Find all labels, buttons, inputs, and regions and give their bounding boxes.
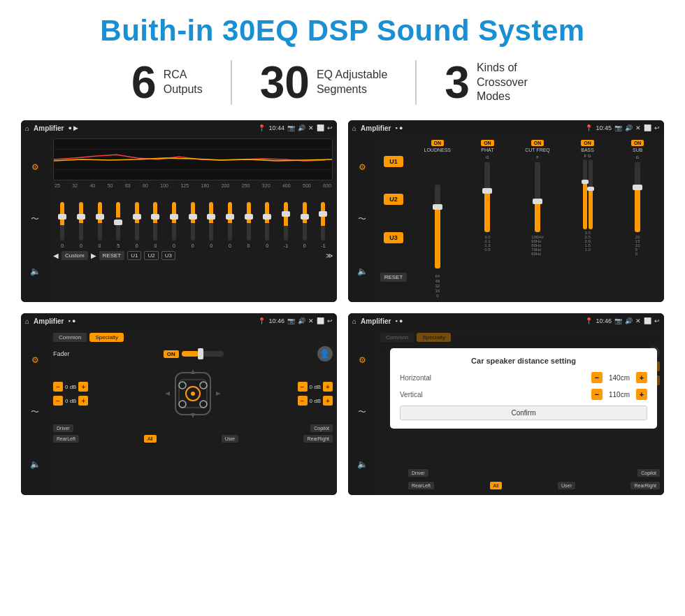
loudness-slider-thumb[interactable] — [433, 204, 442, 210]
dist-confirm-btn[interactable]: Confirm — [400, 406, 647, 420]
fader-plus-bl[interactable]: + — [78, 396, 88, 406]
dist-vertical-minus[interactable]: − — [591, 389, 603, 400]
eq-wave-icon[interactable]: 〜 — [31, 213, 39, 225]
dist-rearleft-btn[interactable]: RearLeft — [408, 482, 434, 489]
bass-f-thumb[interactable] — [582, 180, 589, 184]
fader-all-btn[interactable]: All — [144, 435, 157, 443]
dist-driver-btn[interactable]: Driver — [408, 469, 428, 477]
eq-topbar-right: 📍 10:44 📷 🔊 ✕ ⬜ ↩ — [258, 124, 333, 131]
svg-marker-15 — [216, 392, 221, 396]
fader-user-btn[interactable]: User — [222, 435, 239, 443]
fader-slider-thumb[interactable] — [198, 348, 203, 359]
eq-speaker-icon[interactable]: 🔈 — [30, 266, 41, 276]
dist-vertical-plus[interactable]: + — [636, 389, 647, 400]
eq-u2-btn[interactable]: U2 — [144, 251, 158, 260]
fader-db-val-br: 0 dB — [310, 398, 321, 404]
eq-status-dots: ● ▶ — [68, 124, 78, 131]
dist-copilot-btn[interactable]: Copilot — [637, 469, 660, 477]
fader-rect-icon: ⬜ — [317, 317, 324, 324]
cross-u1-btn[interactable]: U1 — [384, 156, 403, 167]
stat-rca-label: RCAOutputs — [164, 68, 203, 97]
dist-screen-content: ⚙ 〜 🔈 Common Specialty ON — [348, 329, 664, 495]
eq-slider-8: 0 — [209, 202, 213, 248]
dist-horizontal-plus[interactable]: + — [636, 372, 647, 383]
cross-phat-on[interactable]: ON — [481, 140, 494, 146]
dist-user-btn[interactable]: User — [558, 482, 575, 489]
page-wrapper: Buith-in 30EQ DSP Sound System 6 RCAOutp… — [0, 0, 685, 509]
fader-on-btn[interactable]: ON — [164, 350, 179, 358]
dist-all-btn[interactable]: All — [490, 482, 503, 489]
dist-filter-icon[interactable]: ⚙ — [359, 355, 366, 365]
eq-custom-btn[interactable]: Custom — [62, 251, 88, 260]
eq-u1-btn[interactable]: U1 — [127, 251, 141, 260]
cutfreq-slider-thumb[interactable] — [533, 199, 542, 204]
fader-tab-specialty[interactable]: Specialty — [89, 333, 123, 342]
dist-modal: Car speaker distance setting Horizontal … — [390, 348, 657, 429]
cross-location-icon: 📍 — [585, 124, 593, 131]
svg-point-11 — [200, 401, 207, 408]
fader-home-icon[interactable]: ⌂ — [25, 317, 29, 325]
cross-reset-btn[interactable]: RESET — [380, 273, 408, 282]
fader-db-bottom-left: − 0 dB + — [53, 396, 88, 406]
dist-vertical-label: Vertical — [400, 391, 442, 399]
eq-slider-13: 0 — [303, 202, 307, 248]
eq-main-area: 253240 506380 100125160 200250320 400500… — [49, 136, 337, 302]
cross-screen-content: ⚙ 〜 🔈 U1 U2 U3 RESET — [348, 136, 664, 302]
stat-crossover: 3 Kinds ofCrossover Modes — [417, 60, 582, 105]
fader-plus-tr[interactable]: + — [323, 382, 333, 392]
dist-rearright-btn[interactable]: RearRight — [630, 482, 660, 489]
fader-wave-icon[interactable]: 〜 — [31, 406, 39, 418]
fader-speaker-icon[interactable]: 🔈 — [30, 459, 41, 469]
eq-expand-icon[interactable]: ≫ — [326, 252, 333, 259]
eq-slider-14: -1 — [321, 202, 325, 248]
eq-rect-icon: ⬜ — [317, 124, 324, 131]
fader-plus-tl[interactable]: + — [78, 382, 88, 392]
fader-rearleft-btn[interactable]: RearLeft — [53, 435, 79, 443]
fader-copilot-btn[interactable]: Copilot — [310, 424, 333, 432]
sub-slider-thumb[interactable] — [633, 185, 642, 190]
cross-filter-icon[interactable]: ⚙ — [359, 162, 366, 172]
dist-speaker-icon[interactable]: 🔈 — [357, 459, 368, 469]
cross-home-icon[interactable]: ⌂ — [352, 124, 356, 132]
eq-slider-1: 0 — [79, 202, 83, 248]
cross-speaker-icon[interactable]: 🔈 — [357, 266, 368, 276]
dist-cam-icon: 📷 — [614, 317, 622, 324]
cross-u2-btn[interactable]: U2 — [384, 194, 403, 205]
dist-tab-common[interactable]: Common — [380, 333, 414, 342]
fader-minus-br[interactable]: − — [298, 396, 308, 406]
cross-bass-on[interactable]: ON — [581, 140, 594, 146]
cross-sub-on[interactable]: ON — [631, 140, 644, 146]
cross-loudness-on[interactable]: ON — [431, 140, 445, 146]
eq-reset-btn[interactable]: RESET — [99, 251, 125, 260]
svg-marker-13 — [191, 413, 195, 418]
fader-rearright-btn[interactable]: RearRight — [303, 435, 333, 443]
fader-x-icon: ✕ — [308, 317, 314, 324]
dist-sidebar: ⚙ 〜 🔈 — [348, 329, 376, 495]
dist-horizontal-minus[interactable]: − — [591, 372, 603, 383]
stat-eq-label: EQ AdjustableSegments — [317, 68, 387, 97]
fader-filter-icon[interactable]: ⚙ — [31, 355, 39, 365]
cross-cutfreq-on[interactable]: ON — [531, 140, 545, 146]
eq-u3-btn[interactable]: U3 — [161, 251, 175, 260]
distance-screen: ⌂ Amplifier ▪ ● 📍 10:46 📷 🔊 ✕ ⬜ ↩ ⚙ 〜 — [348, 313, 664, 495]
dist-home-icon[interactable]: ⌂ — [352, 317, 356, 325]
eq-prev-arrow[interactable]: ◀ — [53, 252, 59, 259]
eq-next-arrow[interactable]: ▶ — [91, 252, 96, 259]
fader-minus-tr[interactable]: − — [298, 382, 308, 392]
dist-modal-title: Car speaker distance setting — [400, 357, 647, 365]
fader-plus-br[interactable]: + — [323, 396, 333, 406]
fader-minus-bl[interactable]: − — [53, 396, 63, 406]
eq-filter-icon[interactable]: ⚙ — [31, 162, 39, 172]
phat-slider-thumb[interactable] — [482, 188, 492, 194]
home-icon[interactable]: ⌂ — [25, 124, 29, 132]
fader-tab-common[interactable]: Common — [53, 333, 87, 342]
fader-driver-btn[interactable]: Driver — [53, 424, 73, 432]
fader-time: 10:46 — [268, 317, 284, 324]
cross-u3-btn[interactable]: U3 — [384, 232, 403, 243]
bass-g-thumb[interactable] — [587, 187, 594, 191]
dist-tab-specialty[interactable]: Specialty — [417, 333, 450, 342]
fader-minus-tl[interactable]: − — [53, 382, 63, 392]
dist-wave-icon[interactable]: 〜 — [358, 406, 366, 418]
cross-wave-icon[interactable]: 〜 — [358, 213, 366, 225]
fader-location-icon: 📍 — [258, 317, 266, 324]
